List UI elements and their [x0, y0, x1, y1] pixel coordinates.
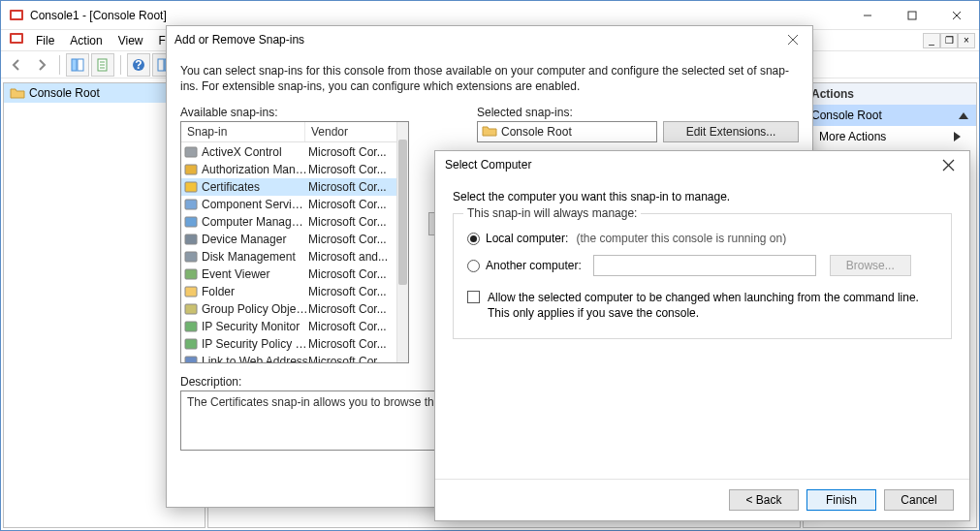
menu-action[interactable]: Action	[62, 32, 110, 49]
snapin-row[interactable]: CertificatesMicrosoft Cor...	[181, 178, 396, 196]
close-button[interactable]	[934, 1, 979, 30]
export-list-button[interactable]	[91, 53, 114, 77]
dialog-close-button[interactable]	[781, 28, 805, 51]
snapin-row[interactable]: Computer Managem...Microsoft Cor...	[181, 213, 396, 231]
window-title: Console1 - [Console Root]	[30, 9, 845, 22]
snapin-icon	[183, 336, 199, 352]
svg-rect-20	[185, 200, 197, 209]
maximize-button[interactable]	[890, 1, 934, 30]
snapin-name: Component Services	[202, 198, 308, 211]
snapin-row[interactable]: Link to Web AddressMicrosoft Cor...	[181, 353, 396, 362]
snapin-name: Disk Management	[202, 250, 308, 264]
snapin-icon	[183, 214, 199, 230]
select-computer-close-button[interactable]	[936, 153, 960, 176]
snapin-icon	[183, 354, 199, 362]
local-computer-radio[interactable]	[467, 233, 480, 245]
svg-rect-25	[185, 287, 197, 297]
snapin-row[interactable]: ActiveX ControlMicrosoft Cor...	[181, 143, 396, 161]
select-computer-titlebar[interactable]: Select Computer	[435, 151, 969, 178]
finish-button[interactable]: Finish	[806, 489, 876, 511]
snapin-name: IP Security Policy M...	[202, 337, 308, 351]
child-minimize-button[interactable]: _	[923, 33, 940, 48]
available-snapins-label: Available snap-ins:	[180, 106, 409, 119]
browse-button[interactable]: Browse...	[830, 255, 911, 276]
child-close-button[interactable]: ×	[958, 33, 975, 48]
another-computer-input[interactable]	[593, 255, 816, 276]
snapin-name: Event Viewer	[202, 267, 308, 281]
actions-more-label: More Actions	[819, 130, 886, 143]
actions-selected-node[interactable]: Console Root	[804, 105, 976, 126]
snapin-name: IP Security Monitor	[202, 320, 308, 333]
collapse-icon	[959, 112, 968, 119]
snapin-vendor: Microsoft Cor...	[308, 180, 396, 194]
another-computer-radio[interactable]	[467, 260, 480, 272]
groupbox-legend: This snap-in will always manage:	[463, 206, 641, 220]
snapin-vendor: Microsoft Cor...	[308, 337, 396, 351]
snapin-row[interactable]: Group Policy Object ...Microsoft Cor...	[181, 300, 396, 318]
folder-icon	[10, 85, 25, 101]
snapin-icon	[183, 179, 199, 195]
submenu-icon	[954, 132, 961, 141]
menu-view[interactable]: View	[111, 32, 151, 49]
actions-header: Actions	[804, 83, 976, 105]
snapin-row[interactable]: IP Security MonitorMicrosoft Cor...	[181, 318, 396, 335]
svg-rect-21	[185, 217, 197, 227]
snapin-row[interactable]: Device ManagerMicrosoft Cor...	[181, 231, 396, 248]
select-computer-intro: Select the computer you want this snap-i…	[453, 190, 952, 203]
local-computer-label: Local computer:	[486, 232, 568, 245]
snapin-row[interactable]: FolderMicrosoft Cor...	[181, 283, 396, 300]
svg-rect-3	[908, 12, 916, 19]
snapin-row[interactable]: Disk ManagementMicrosoft and...	[181, 248, 396, 266]
snapin-vendor: Microsoft Cor...	[308, 233, 396, 246]
another-computer-label: Another computer:	[486, 259, 582, 272]
svg-rect-8	[72, 59, 77, 71]
snapin-icon	[183, 319, 199, 334]
list-scrollbar[interactable]	[396, 122, 408, 362]
snapin-name: Device Manager	[202, 233, 308, 246]
svg-rect-23	[185, 252, 197, 262]
help-button[interactable]: ?	[127, 53, 150, 77]
snapin-row[interactable]: Event ViewerMicrosoft Cor...	[181, 266, 396, 283]
cancel-button[interactable]: Cancel	[884, 489, 954, 511]
minimize-button[interactable]	[845, 1, 890, 30]
snapin-vendor: Microsoft Cor...	[308, 267, 396, 281]
col-header-vendor[interactable]: Vendor	[305, 122, 408, 141]
snapin-icon	[183, 144, 199, 160]
mmc-icon	[9, 8, 24, 23]
scrollbar-thumb[interactable]	[398, 140, 407, 285]
forward-button[interactable]	[30, 53, 53, 77]
menu-file[interactable]: File	[28, 32, 62, 49]
dialog-titlebar[interactable]: Add or Remove Snap-ins	[167, 26, 812, 53]
snapin-icon	[183, 197, 199, 212]
actions-selected-label: Console Root	[811, 109, 882, 122]
selected-snapins-tree[interactable]: Console Root	[477, 121, 657, 142]
svg-rect-28	[185, 339, 197, 349]
snapin-vendor: Microsoft Cor...	[308, 198, 396, 211]
snapin-icon	[183, 162, 199, 177]
child-restore-button[interactable]: ❐	[940, 33, 958, 48]
select-computer-footer: < Back Finish Cancel	[435, 479, 969, 520]
available-snapins-list[interactable]: Snap-in Vendor ActiveX ControlMicrosoft …	[180, 121, 409, 363]
allow-change-checkbox[interactable]	[467, 291, 480, 303]
snapin-row[interactable]: Authorization ManagerMicrosoft Cor...	[181, 161, 396, 178]
selected-root-label: Console Root	[501, 125, 572, 139]
snapin-vendor: Microsoft Cor...	[308, 320, 396, 333]
show-hide-tree-button[interactable]	[66, 53, 89, 77]
svg-rect-29	[185, 357, 197, 362]
snapin-row[interactable]: Component ServicesMicrosoft Cor...	[181, 196, 396, 213]
snapin-name: Authorization Manager	[202, 163, 308, 176]
actions-more[interactable]: More Actions	[804, 126, 976, 147]
back-button[interactable]: < Back	[729, 489, 799, 511]
svg-text:?: ?	[135, 58, 142, 72]
description-text: The Certificates snap-in allows you to b…	[187, 395, 465, 409]
snapin-vendor: Microsoft and...	[308, 250, 396, 264]
svg-rect-22	[185, 234, 197, 244]
col-header-snapin[interactable]: Snap-in	[181, 122, 305, 141]
mmc-small-icon	[9, 31, 24, 49]
svg-rect-19	[185, 182, 197, 192]
back-button[interactable]	[5, 53, 28, 77]
snapin-icon	[183, 266, 199, 282]
snapin-row[interactable]: IP Security Policy M...Microsoft Cor...	[181, 335, 396, 353]
edit-extensions-button[interactable]: Edit Extensions...	[663, 121, 799, 142]
snapin-name: ActiveX Control	[202, 145, 308, 159]
